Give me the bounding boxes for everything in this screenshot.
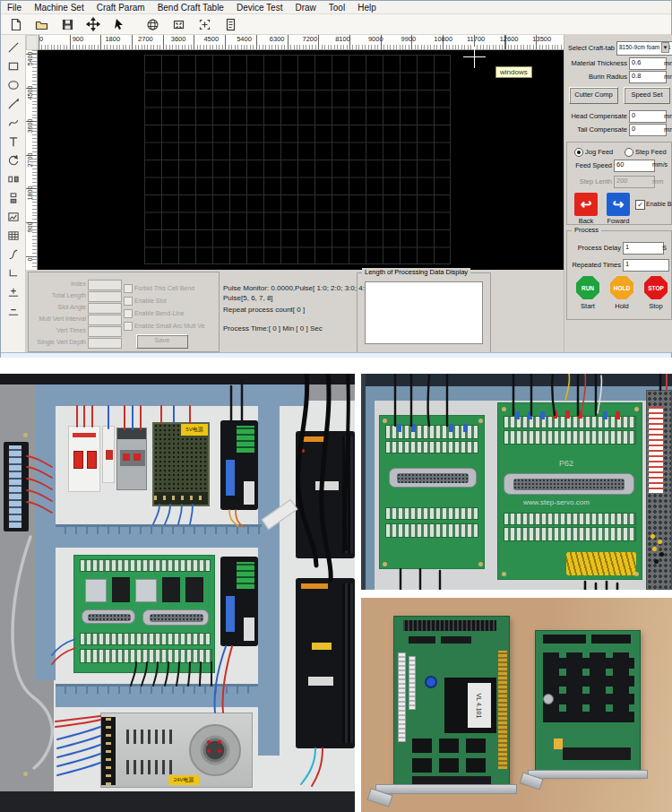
ruler-label: 3600 [27, 112, 33, 141]
pulse-monitor-line: Pulse[5, 6, 7, 8] [223, 294, 358, 303]
mirror-v-icon[interactable] [4, 188, 23, 207]
stop-button[interactable]: STOP [644, 276, 668, 299]
menu-help[interactable]: Help [351, 3, 383, 13]
head-compensate-label: Head Compensate [564, 112, 627, 121]
driver-sticker [312, 643, 332, 650]
vert-times-label: Vert Times [29, 326, 86, 335]
zoom-target-icon[interactable] [193, 15, 216, 33]
preview-icon[interactable] [219, 15, 242, 33]
enable-bending-checkbox[interactable]: ✓ [635, 200, 645, 210]
vertical-ruler: 5400 4500 3600 2700 1800 900 0 [26, 50, 38, 270]
rotate-icon[interactable] [4, 151, 23, 169]
material-thickness-input[interactable]: 0.6 [629, 57, 667, 70]
image-icon[interactable] [4, 207, 23, 226]
zoom-box-icon[interactable] [167, 15, 190, 33]
unit-label: S [662, 244, 667, 252]
hold-label: Hold [609, 302, 634, 310]
menu-draw[interactable]: Draw [289, 3, 322, 13]
open-icon[interactable] [30, 15, 53, 33]
ruler-label: 4500 [202, 35, 235, 49]
pin-header [409, 636, 435, 644]
relay-board-terminals [80, 633, 211, 645]
stepper-driver [220, 557, 258, 646]
total-length-label: Total Length [29, 291, 86, 300]
driver-sticker [244, 618, 254, 641]
dip-switch-strip [409, 656, 416, 710]
step-feed-radio[interactable] [625, 148, 633, 157]
contactor-top [117, 428, 146, 439]
ruler-label: 0 [38, 35, 71, 49]
menu-device-test[interactable]: Device Test [230, 3, 289, 13]
ellipse-icon[interactable] [4, 75, 23, 94]
length-display-title: Length of Processing Data Display [362, 268, 470, 276]
corner-path-icon[interactable] [4, 263, 23, 282]
menu-bend-craft-table[interactable]: Bend Craft Table [151, 3, 230, 13]
relay-socket [162, 577, 180, 602]
wire-ferrules [397, 424, 401, 432]
process-group-title: Process [572, 226, 601, 234]
muti-vert-interval-input [88, 315, 122, 325]
grid-icon[interactable] [4, 226, 23, 245]
feed-speed-input[interactable]: 60 [614, 160, 655, 172]
db62-connector [504, 473, 634, 495]
chevron-down-icon[interactable]: ▼ [661, 42, 669, 53]
add-node-icon[interactable] [4, 282, 23, 301]
psu-mesh-side [646, 390, 672, 590]
pan-globe-icon[interactable] [141, 15, 164, 33]
driver-terminal-block [237, 426, 254, 453]
drawing-canvas[interactable]: windows [38, 50, 564, 270]
contactor [116, 428, 147, 490]
ruler-label: 2700 [27, 146, 33, 175]
ruler-label: 2700 [136, 35, 169, 49]
pen-icon[interactable] [4, 94, 23, 113]
db-connector [82, 609, 135, 624]
terminal-row [385, 507, 478, 520]
pin-header [403, 620, 496, 631]
curve-icon[interactable] [4, 113, 23, 132]
driver-led [301, 449, 305, 453]
repeated-times-input[interactable]: 1 [623, 259, 669, 272]
aux-breaker [102, 426, 115, 483]
save-icon[interactable] [56, 15, 79, 33]
muti-vert-interval-label: Muti Vert Interval [29, 315, 86, 324]
cutter-comp-button[interactable]: Cutter Comp [569, 87, 618, 104]
head-compensate-input[interactable]: 0 [629, 110, 667, 123]
rotary-dial [425, 676, 437, 688]
tail-compensate-input[interactable]: 0 [629, 124, 667, 136]
forward-button[interactable]: ↪ [607, 193, 630, 216]
burin-radius-input[interactable]: 0.8 [629, 71, 667, 83]
terminal-row [385, 441, 478, 454]
hold-button[interactable]: HOLD [610, 276, 633, 299]
driver-brand-strip [301, 436, 328, 442]
cabinet-frame-left [366, 386, 375, 590]
menu-craft-param[interactable]: Craft Param [90, 3, 151, 13]
driver-sticker [315, 481, 339, 490]
io-card-small [535, 630, 641, 773]
new-icon[interactable] [4, 15, 27, 33]
line-icon[interactable] [4, 38, 23, 56]
ruler-label: 9000 [366, 35, 400, 49]
run-button[interactable]: RUN [576, 276, 599, 299]
terminal-row [385, 523, 478, 538]
menu-tool[interactable]: Tool [323, 3, 351, 13]
spline-icon[interactable] [4, 245, 23, 263]
jog-feed-radio[interactable] [574, 148, 583, 157]
repeat-count-line: Repeat process count[ 0 ] [223, 306, 358, 315]
app-window: File Machine Set Craft Param Bend Craft … [0, 0, 672, 358]
pointer-icon[interactable] [108, 15, 131, 33]
rect-icon[interactable] [4, 56, 23, 75]
mounting-bracket [528, 770, 648, 779]
speed-set-button[interactable]: Speed Set [624, 87, 670, 104]
ruler-label: 0 [27, 246, 33, 271]
back-button[interactable]: ↩ [574, 193, 598, 216]
menu-machine-set[interactable]: Machine Set [28, 3, 90, 13]
fan-detail [207, 740, 211, 744]
unit-label: mm [664, 59, 672, 67]
process-delay-input[interactable]: 1 [623, 242, 664, 255]
remove-node-icon[interactable] [4, 301, 23, 320]
move-icon[interactable] [82, 15, 105, 33]
menu-file[interactable]: File [1, 3, 28, 13]
mirror-h-icon[interactable] [4, 169, 23, 188]
text-icon[interactable] [4, 132, 23, 151]
io-card-large: VL 4.101 [393, 616, 510, 786]
